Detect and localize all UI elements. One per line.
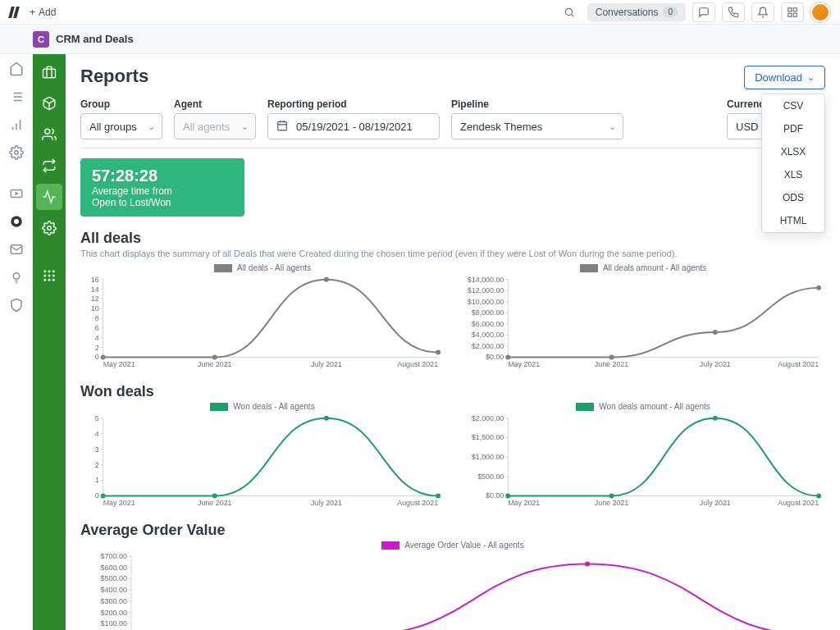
agent-select[interactable]: All agents⌄ <box>174 113 256 139</box>
nav-briefcase[interactable] <box>36 59 62 85</box>
nav-contacts[interactable] <box>36 121 62 148</box>
download-option-ods[interactable]: ODS <box>762 186 824 209</box>
phone-button[interactable] <box>722 2 745 22</box>
svg-text:May 2021: May 2021 <box>103 499 135 507</box>
svg-point-113 <box>101 493 106 498</box>
svg-text:$6,000.00: $6,000.00 <box>472 320 504 328</box>
svg-rect-3 <box>793 7 797 11</box>
svg-point-28 <box>43 270 46 272</box>
transfer-icon <box>42 158 57 173</box>
svg-marker-17 <box>15 192 19 196</box>
nav-transfer[interactable] <box>36 153 62 179</box>
svg-text:0: 0 <box>95 491 99 500</box>
rail-target[interactable] <box>7 212 26 231</box>
filter-row: Group All groups⌄ Agent All agents⌄ Repo… <box>80 98 825 148</box>
package-icon <box>42 96 57 111</box>
svg-text:$0.00: $0.00 <box>486 353 504 361</box>
stat-desc-2: Open to Lost/Won <box>92 197 233 208</box>
chart-aov: Average Order Value - All agents$0.00$10… <box>80 541 825 630</box>
rail-video[interactable] <box>7 184 26 203</box>
svg-point-26 <box>45 129 50 134</box>
svg-text:August 2021: August 2021 <box>778 499 819 507</box>
svg-text:4: 4 <box>95 334 99 342</box>
add-label: Add <box>39 7 56 18</box>
svg-text:July 2021: July 2021 <box>700 499 731 507</box>
download-option-xlsx[interactable]: XLSX <box>762 140 824 163</box>
users-icon <box>42 127 57 142</box>
target-icon <box>9 214 24 229</box>
svg-point-0 <box>565 8 572 15</box>
apps-button[interactable] <box>781 2 804 22</box>
phone-icon <box>728 7 739 18</box>
stat-desc-1: Average time from <box>92 185 233 197</box>
rail-settings[interactable] <box>7 143 26 162</box>
chart-all-deals-amount: All deals amount - All agents$0.00$2,000… <box>461 263 825 375</box>
section-won-deals-title: Won deals <box>80 383 825 400</box>
legend-label: All deals amount - All agents <box>603 263 706 272</box>
svg-point-93 <box>713 330 718 335</box>
svg-rect-37 <box>278 121 287 130</box>
svg-text:$200.00: $200.00 <box>100 609 127 617</box>
legend-label: All deals - All agents <box>237 263 311 272</box>
calendar-icon <box>276 120 288 134</box>
stat-value: 57:28:28 <box>92 167 233 185</box>
brandbar: C CRM and Deals <box>0 25 840 54</box>
home-icon <box>9 62 24 76</box>
svg-point-65 <box>101 354 106 359</box>
period-select[interactable]: 05/19/2021 - 08/19/2021 <box>267 113 440 139</box>
plus-icon: + <box>30 7 35 18</box>
chat-icon <box>698 7 710 18</box>
download-option-xls[interactable]: XLS <box>762 163 824 186</box>
page-title: Reports <box>80 66 825 87</box>
conversations-button[interactable]: Conversations 0 <box>587 3 686 21</box>
svg-point-66 <box>212 354 217 359</box>
svg-point-67 <box>324 277 329 282</box>
rail-knowledge[interactable] <box>7 267 26 287</box>
download-option-pdf[interactable]: PDF <box>762 117 824 140</box>
download-button[interactable]: Download ⌄ <box>744 66 825 89</box>
avatar[interactable] <box>810 2 830 22</box>
app-rail <box>33 54 66 630</box>
svg-point-15 <box>14 151 18 155</box>
svg-text:6: 6 <box>95 324 99 332</box>
chart-won-deals-amount: Won deals amount - All agents$0.00$500.0… <box>461 402 825 514</box>
svg-text:May 2021: May 2021 <box>508 360 540 368</box>
svg-point-136 <box>816 493 821 498</box>
svg-text:$300.00: $300.00 <box>100 597 127 605</box>
svg-text:12: 12 <box>91 294 99 303</box>
nav-package[interactable] <box>36 90 62 116</box>
rail-views[interactable] <box>7 87 26 107</box>
download-label: Download <box>755 71 802 84</box>
legend-label: Won deals - All agents <box>233 402 314 411</box>
chevron-down-icon: ⌄ <box>609 121 616 132</box>
search-button[interactable] <box>558 2 581 22</box>
rail-reports[interactable] <box>7 115 26 135</box>
svg-point-30 <box>52 270 55 272</box>
svg-text:$10,000.00: $10,000.00 <box>468 298 504 306</box>
nav-settings[interactable] <box>36 215 62 241</box>
add-button[interactable]: + Add <box>30 7 56 18</box>
pipeline-select[interactable]: Zendesk Themes⌄ <box>451 113 623 139</box>
svg-text:$12,000.00: $12,000.00 <box>468 286 504 294</box>
notifications-button[interactable] <box>751 2 774 22</box>
group-select[interactable]: All groups⌄ <box>80 113 162 139</box>
rail-mail[interactable] <box>7 240 26 259</box>
nav-activity[interactable] <box>36 184 62 210</box>
rail-home[interactable] <box>7 59 26 79</box>
nav-apps[interactable] <box>36 262 62 289</box>
svg-text:$2,000.00: $2,000.00 <box>472 342 504 350</box>
brand-logo[interactable] <box>10 7 18 18</box>
rail-shield[interactable] <box>7 295 26 315</box>
messages-button[interactable] <box>692 2 715 22</box>
svg-text:$14,000.00: $14,000.00 <box>468 276 504 284</box>
svg-text:June 2021: June 2021 <box>198 499 232 507</box>
chevron-down-icon: ⌄ <box>148 121 155 132</box>
download-option-html[interactable]: HTML <box>762 209 824 232</box>
svg-point-32 <box>48 275 51 277</box>
svg-point-116 <box>436 493 441 498</box>
svg-text:June 2021: June 2021 <box>595 499 629 507</box>
download-option-csv[interactable]: CSV <box>762 94 824 117</box>
app-title: CRM and Deals <box>56 33 134 45</box>
svg-text:$4,000.00: $4,000.00 <box>472 331 504 339</box>
svg-text:5: 5 <box>95 414 99 422</box>
